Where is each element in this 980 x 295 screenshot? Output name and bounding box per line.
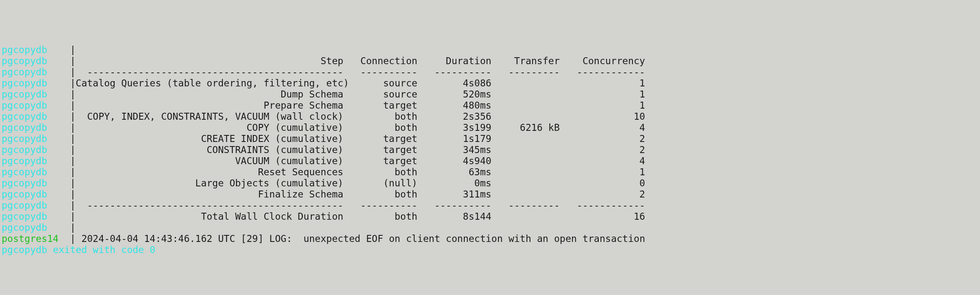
cell-concurrency: 16 [560, 211, 645, 222]
log-source: pgcopydb [2, 222, 70, 233]
postgres-log-message: 2024-04-04 14:43:46.162 UTC [29] LOG: un… [76, 233, 645, 244]
cell-connection: target [343, 144, 417, 156]
pipe-sep: | [70, 111, 76, 122]
summary-row: pgcopydb |COPY, INDEX, CONSTRAINTS, VACU… [2, 111, 978, 122]
cell-concurrency: 1 [560, 167, 645, 178]
cell-transfer: 6216 kB [491, 122, 560, 133]
cell-duration: 63ms [417, 167, 491, 178]
summary-row: pgcopydb |CREATE INDEX (cumulative)targe… [2, 133, 978, 144]
cell-concurrency: 4 [560, 156, 645, 167]
pipe-sep: | [70, 67, 76, 78]
summary-header-row: pgcopydb |StepConnectionDurationTransfer… [2, 56, 978, 67]
cell-duration: 520ms [417, 89, 491, 100]
pipe-sep: | [70, 178, 76, 189]
cell-step: COPY, INDEX, CONSTRAINTS, VACUUM (wall c… [76, 111, 343, 122]
cell-connection: both [343, 111, 417, 122]
pipe-sep: | [70, 211, 76, 222]
summary-row: pgcopydb |Prepare Schematarget480ms1 [2, 100, 978, 111]
pipe-sep: | [70, 167, 76, 178]
log-source: pgcopydb [2, 100, 70, 111]
cell-concurrency: 2 [560, 133, 645, 144]
log-source: pgcopydb [2, 78, 70, 89]
log-line-blank: pgcopydb | [2, 222, 978, 233]
log-source: pgcopydb [2, 189, 70, 200]
cell-concurrency: 1 [560, 89, 645, 100]
cell-duration: 3s199 [417, 122, 491, 133]
cell-duration: 0ms [417, 178, 491, 189]
pipe-sep: | [70, 78, 76, 89]
log-source: pgcopydb [2, 156, 70, 167]
summary-row: pgcopydb |Dump Schemasource520ms1 [2, 89, 978, 100]
pipe-sep: | [70, 189, 76, 200]
cell-duration: 2s356 [417, 111, 491, 122]
cell-connection: target [343, 133, 417, 144]
cell-concurrency: 2 [560, 189, 645, 200]
log-source: pgcopydb [2, 122, 70, 133]
summary-total-row: pgcopydb |Total Wall Clock Durationboth8… [2, 211, 978, 222]
cell-step: VACUUM (cumulative) [76, 156, 343, 167]
cell-step: Finalize Schema [76, 189, 343, 200]
summary-row: pgcopydb |Finalize Schemaboth311ms2 [2, 189, 978, 200]
cell-connection: target [343, 156, 417, 167]
pipe-sep: | [70, 44, 76, 56]
cell-concurrency: 1 [560, 78, 645, 89]
cell-concurrency: 2 [560, 144, 645, 156]
cell-step: Dump Schema [76, 89, 343, 100]
cell-concurrency: 0 [560, 178, 645, 189]
summary-divider-row: pgcopydb | -----------------------------… [2, 200, 978, 211]
cell-connection: source [343, 78, 417, 89]
cell-connection: both [343, 122, 417, 133]
pipe-sep: | [70, 89, 76, 100]
summary-row: pgcopydb |VACUUM (cumulative)target4s940… [2, 156, 978, 167]
col-connection-header: Connection [343, 56, 417, 67]
log-source: pgcopydb [2, 133, 70, 144]
cell-concurrency: 1 [560, 100, 645, 111]
cell-step: CREATE INDEX (cumulative) [76, 133, 343, 144]
log-source: pgcopydb [2, 67, 70, 78]
cell-duration: 4s086 [417, 78, 491, 89]
pipe-sep: | [70, 233, 76, 244]
col-step-header: Step [76, 56, 343, 67]
log-source: pgcopydb [2, 44, 70, 56]
pipe-sep: | [70, 122, 76, 133]
cell-connection: both [343, 211, 417, 222]
pipe-sep: | [70, 156, 76, 167]
log-source: postgres14 [2, 233, 70, 244]
cell-connection: source [343, 89, 417, 100]
cell-duration: 345ms [417, 144, 491, 156]
cell-step: Total Wall Clock Duration [76, 211, 343, 222]
log-source: pgcopydb [2, 167, 70, 178]
cell-step: Prepare Schema [76, 100, 343, 111]
col-concurrency-header: Concurrency [560, 56, 645, 67]
summary-row: pgcopydb |Large Objects (cumulative)(nul… [2, 178, 978, 189]
pipe-sep: | [70, 100, 76, 111]
log-source: pgcopydb [2, 211, 70, 222]
cell-connection: (null) [343, 178, 417, 189]
col-duration-header: Duration [417, 56, 491, 67]
log-source: pgcopydb [2, 144, 70, 156]
summary-row: pgcopydb |CONSTRAINTS (cumulative)target… [2, 144, 978, 156]
cell-step: COPY (cumulative) [76, 122, 343, 133]
pipe-sep: | [70, 200, 76, 211]
exit-status-line: pgcopydb exited with code 0 [2, 244, 978, 256]
pipe-sep: | [70, 133, 76, 144]
cell-duration: 311ms [417, 189, 491, 200]
log-line-blank: pgcopydb | [2, 44, 978, 56]
log-source: pgcopydb [2, 56, 70, 67]
summary-row: pgcopydb |Reset Sequencesboth63ms1 [2, 167, 978, 178]
cell-duration: 4s940 [417, 156, 491, 167]
cell-connection: both [343, 167, 417, 178]
postgres-log-line: postgres14 | 2024-04-04 14:43:46.162 UTC… [2, 233, 978, 244]
summary-divider-row: pgcopydb | -----------------------------… [2, 67, 978, 78]
terminal-output: pgcopydb |pgcopydb |StepConnectionDurati… [2, 44, 978, 256]
pipe-sep: | [70, 56, 76, 67]
log-source: pgcopydb [2, 200, 70, 211]
summary-row: pgcopydb |Catalog Queries (table orderin… [2, 78, 978, 89]
pipe-sep: | [70, 222, 76, 233]
cell-concurrency: 4 [560, 122, 645, 133]
cell-duration: 1s179 [417, 133, 491, 144]
cell-connection: both [343, 189, 417, 200]
cell-connection: target [343, 100, 417, 111]
pipe-sep: | [70, 144, 76, 156]
log-source: pgcopydb [2, 111, 70, 122]
